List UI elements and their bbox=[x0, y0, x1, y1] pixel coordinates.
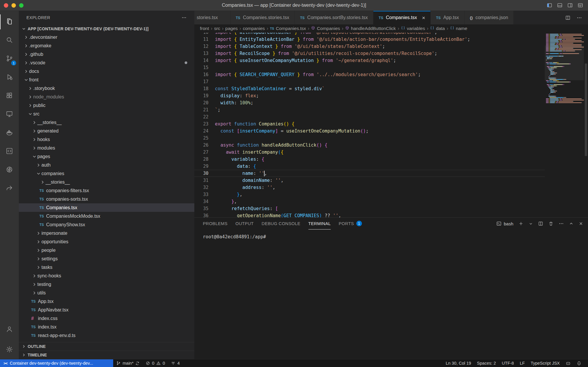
minimize-window-button[interactable] bbox=[11, 3, 16, 8]
tree-item[interactable]: TSCompaniesMockMode.tsx bbox=[19, 212, 194, 220]
editor-tab[interactable]: TSApp.tsx bbox=[431, 11, 465, 24]
breadcrumb-item[interactable]: TSCompanies.tsx bbox=[270, 26, 306, 31]
editor-tab[interactable]: {}companies.json bbox=[465, 11, 514, 24]
tree-item[interactable]: TSApp.tsx bbox=[19, 297, 194, 306]
tree-item[interactable]: __stories__ bbox=[19, 178, 194, 186]
code-line[interactable]: 15 bbox=[194, 64, 545, 71]
close-window-button[interactable] bbox=[4, 3, 8, 8]
code-line[interactable]: 33 }, bbox=[194, 191, 545, 198]
code-line[interactable]: 24 const [insertCompany] = useInsertOneC… bbox=[194, 128, 545, 135]
breadcrumb-item[interactable]: src bbox=[214, 26, 220, 31]
language-mode[interactable]: TypeScript JSX bbox=[528, 359, 563, 367]
editor-tab[interactable]: TSCompanies.tsx× bbox=[373, 11, 431, 24]
editor-scrollbar[interactable] bbox=[584, 33, 588, 217]
activity-bar-item-kubernetes[interactable] bbox=[0, 161, 19, 179]
activity-bar-item-search[interactable] bbox=[0, 31, 19, 50]
panel-tab[interactable]: PROBLEMS bbox=[203, 218, 228, 229]
activity-bar-item-source-control[interactable]: 1 bbox=[0, 50, 19, 68]
code-line[interactable]: 10import { WithTopBarContainer } from '@… bbox=[194, 33, 545, 36]
code-line[interactable]: 20 width: 100%; bbox=[194, 99, 545, 106]
breadcrumb-item[interactable]: name bbox=[450, 26, 467, 31]
panel-more-actions-icon[interactable] bbox=[559, 221, 564, 226]
terminal[interactable]: root@0a42ecd84891:/app# bbox=[194, 229, 588, 359]
tree-item[interactable]: opportunities bbox=[19, 237, 194, 246]
close-panel-icon[interactable] bbox=[579, 221, 583, 226]
tree-item[interactable]: generated bbox=[19, 127, 194, 135]
workspace-section-header[interactable]: APP [CONTAINER DEV-TWENTY-DEV (DEV-TWENT… bbox=[19, 24, 194, 33]
breadcrumb-item[interactable]: companies bbox=[243, 26, 265, 31]
code-line[interactable]: 23export function Companies() { bbox=[194, 120, 545, 128]
tree-item[interactable]: node_modules bbox=[19, 93, 194, 101]
tree-item[interactable]: src bbox=[19, 110, 194, 118]
code-line[interactable]: 12import { TableContext } from '@/ui/tab… bbox=[194, 43, 545, 50]
minimap-slider[interactable] bbox=[545, 46, 584, 81]
terminal-shell-select[interactable]: bash bbox=[496, 221, 513, 226]
tree-item[interactable]: public bbox=[19, 101, 194, 110]
forwarded-ports-status[interactable]: 4 bbox=[168, 359, 183, 367]
breadcrumb-item[interactable]: variables bbox=[401, 26, 425, 31]
code-line[interactable]: 11import { EntityTableActionBar } from '… bbox=[194, 36, 545, 43]
code-line[interactable]: 30 name: '', bbox=[194, 170, 545, 177]
code-line[interactable]: 31 domainName: '', bbox=[194, 177, 545, 184]
tree-item[interactable]: hooks bbox=[19, 135, 194, 144]
activity-bar-item-run-and-debug[interactable] bbox=[0, 68, 19, 87]
split-editor-icon[interactable] bbox=[565, 15, 571, 21]
code-line[interactable]: 28 variables: { bbox=[194, 156, 545, 163]
new-terminal-icon[interactable] bbox=[518, 221, 524, 226]
kill-terminal-icon[interactable] bbox=[548, 221, 554, 226]
tree-item[interactable]: .github bbox=[19, 50, 194, 58]
tree-item[interactable]: __stories__ bbox=[19, 118, 194, 127]
code-line[interactable]: 22 bbox=[194, 113, 545, 120]
activity-bar-item-extensions[interactable] bbox=[0, 87, 19, 105]
code-line[interactable]: 13import { RecoilScope } from '@/ui/util… bbox=[194, 50, 545, 57]
tree-item[interactable]: .ergomake bbox=[19, 41, 194, 50]
activity-bar-item-accounts[interactable] bbox=[0, 320, 19, 339]
editor-tab[interactable]: stories.tsx bbox=[194, 11, 230, 24]
code-line[interactable]: 18const StyledTableContainer = styled.di… bbox=[194, 85, 545, 92]
code-line[interactable]: 16import { SEARCH_COMPANY_QUERY } from '… bbox=[194, 71, 545, 78]
views-more-actions-icon[interactable] bbox=[181, 15, 187, 20]
tree-item[interactable]: pages bbox=[19, 152, 194, 161]
tree-item[interactable]: testing bbox=[19, 280, 194, 289]
tree-item[interactable]: TSAppNavbar.tsx bbox=[19, 306, 194, 314]
panel-tab[interactable]: TERMINAL bbox=[308, 218, 331, 229]
tree-item[interactable]: TSindex.tsx bbox=[19, 323, 194, 331]
editor-tab[interactable]: TSCompanies.stories.tsx bbox=[230, 11, 295, 24]
code-line[interactable]: 32 address: '', bbox=[194, 184, 545, 191]
code-editor[interactable]: 10import { WithTopBarContainer } from '@… bbox=[194, 33, 545, 217]
activity-bar-item-live-share[interactable] bbox=[0, 179, 19, 198]
encoding[interactable]: UTF-8 bbox=[499, 359, 517, 367]
activity-bar-item-settings[interactable] bbox=[0, 341, 19, 359]
tree-item[interactable]: settings bbox=[19, 254, 194, 263]
git-branch-status[interactable]: main* bbox=[113, 359, 143, 367]
breadcrumb-item[interactable]: data bbox=[430, 26, 445, 31]
activity-bar-item-docker[interactable] bbox=[0, 124, 19, 142]
tree-item[interactable]: companies bbox=[19, 169, 194, 178]
tree-item[interactable]: utils bbox=[19, 289, 194, 297]
toggle-panel-icon[interactable] bbox=[557, 2, 563, 8]
minimap[interactable] bbox=[545, 33, 584, 217]
tree-item[interactable]: TSCompanies.tsx bbox=[19, 203, 194, 212]
indentation[interactable]: Spaces: 2 bbox=[474, 359, 499, 367]
outline-section[interactable]: OUTLINE bbox=[19, 342, 194, 351]
code-line[interactable]: 25 bbox=[194, 135, 545, 142]
breadcrumb-item[interactable]: handleAddButtonClick bbox=[345, 26, 396, 31]
notifications-bell-icon[interactable] bbox=[574, 359, 584, 367]
tree-item[interactable]: modules bbox=[19, 144, 194, 152]
tree-item[interactable]: TSCompanyShow.tsx bbox=[19, 220, 194, 229]
code-line[interactable]: 36 getOperationName(GET_COMPANIES) ?? ''… bbox=[194, 212, 545, 217]
tree-item[interactable]: tasks bbox=[19, 263, 194, 272]
panel-tab[interactable]: PORTS1 bbox=[339, 218, 362, 229]
code-line[interactable]: 14import { useInsertOneCompanyMutation }… bbox=[194, 57, 545, 64]
cursor-position[interactable]: Ln 30, Col 19 bbox=[443, 359, 474, 367]
tree-item[interactable]: auth bbox=[19, 161, 194, 169]
split-terminal-icon[interactable] bbox=[538, 221, 543, 226]
close-tab-icon[interactable]: × bbox=[422, 15, 425, 21]
tree-item[interactable]: people bbox=[19, 246, 194, 254]
panel-tab[interactable]: OUTPUT bbox=[235, 218, 254, 229]
toggle-secondary-sidebar-icon[interactable] bbox=[567, 2, 573, 8]
activity-bar-item-remote-explorer[interactable] bbox=[0, 105, 19, 124]
tree-item[interactable]: sync-hooks bbox=[19, 272, 194, 280]
toggle-sidebar-icon[interactable] bbox=[547, 2, 552, 8]
breadcrumb-item[interactable]: front bbox=[200, 26, 209, 31]
